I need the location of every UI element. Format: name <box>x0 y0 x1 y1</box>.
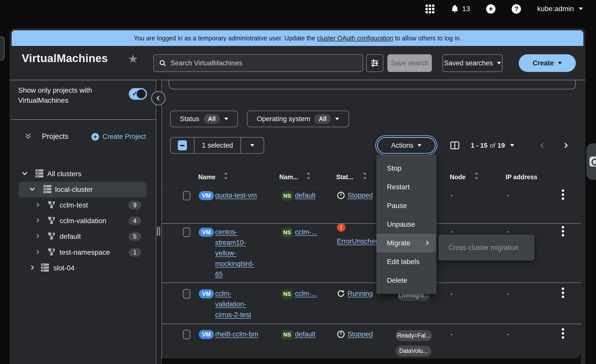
tree-item-default[interactable]: default 5 <box>10 229 156 244</box>
show-only-projects-toggle[interactable]: ✓ <box>129 88 147 100</box>
user-menu[interactable]: kube:admin <box>537 5 583 13</box>
column-header-status[interactable]: Stat... <box>336 173 353 181</box>
vm-name-link[interactable]: 65 <box>215 271 223 278</box>
menu-item-restart[interactable]: Restart <box>376 178 436 196</box>
menu-item-edit-labels[interactable]: Edit labels <box>376 252 436 271</box>
tree-item-local-cluster[interactable]: local-cluster <box>10 182 156 197</box>
notifications-button[interactable]: 13 <box>451 4 470 13</box>
condition-pill[interactable]: DataVolu... <box>395 346 431 356</box>
column-header-name[interactable]: Name <box>198 173 215 181</box>
caret-down-icon <box>417 144 421 147</box>
ip-cell: - <box>507 228 509 236</box>
vm-name-link[interactable]: cclm- <box>215 290 231 298</box>
previous-page-button[interactable] <box>537 140 548 151</box>
vm-count-badge: 1 <box>129 248 141 257</box>
tree-item-all-clusters[interactable]: All clusters <box>10 166 156 182</box>
menu-item-unpause[interactable]: Unpause <box>376 215 436 234</box>
row-checkbox[interactable] <box>183 330 190 339</box>
kebab-menu-icon[interactable] <box>562 226 565 237</box>
vm-name-link[interactable]: quota-test-vm <box>215 192 257 199</box>
row-checkbox[interactable] <box>183 191 190 200</box>
kebab-menu-icon[interactable] <box>562 328 565 339</box>
chevron-right-icon[interactable] <box>35 202 40 208</box>
apps-grid-icon[interactable] <box>426 5 434 13</box>
submenu-item-cross-cluster-migration[interactable]: Cross-cluster migration <box>449 244 519 252</box>
row-checkbox[interactable] <box>183 289 190 299</box>
selected-count[interactable]: 1 selected <box>194 138 240 153</box>
vm-name-link[interactable]: cirros-2-test <box>215 311 251 319</box>
feedback-button[interactable] <box>586 143 596 180</box>
vm-name-link[interactable]: rhel8-cclm-bm <box>215 330 258 338</box>
collapse-sidebar-button[interactable] <box>151 91 165 105</box>
advanced-filters-button[interactable] <box>366 54 383 72</box>
chevron-right-icon[interactable] <box>30 265 35 271</box>
kebab-menu-icon[interactable] <box>562 288 565 298</box>
tree-item-test-namespace[interactable]: test-namespace 1 <box>10 245 156 260</box>
sort-icon[interactable] <box>474 172 479 181</box>
menu-item-pause[interactable]: Pause <box>376 196 436 215</box>
column-header-namespace[interactable]: Nam... <box>279 173 298 181</box>
vm-name-link[interactable]: mockingbird- <box>215 260 254 268</box>
quick-create-icon[interactable]: + <box>486 4 495 14</box>
tree-item-slot-04[interactable]: slot-04 <box>10 260 156 276</box>
top-masthead: 13 + ? kube:admin <box>0 0 596 18</box>
vm-name-link[interactable]: centos- <box>215 228 238 236</box>
actions-button[interactable]: Actions <box>377 137 436 154</box>
vm-name-link[interactable]: stream10- <box>215 239 246 247</box>
search-input[interactable] <box>170 59 358 67</box>
os-filter-label: Operating system <box>257 115 310 123</box>
oauth-config-link[interactable]: cluster OAuth configuration <box>317 35 393 42</box>
save-search-button[interactable]: Save search <box>387 54 432 72</box>
sort-icon[interactable] <box>223 172 229 181</box>
sort-icon[interactable] <box>306 172 311 181</box>
collapse-all-icon[interactable] <box>25 133 32 141</box>
manage-columns-button[interactable] <box>449 140 461 151</box>
vm-count-badge: 4 <box>129 217 141 225</box>
cluster-icon <box>40 263 49 273</box>
chevron-right-icon[interactable] <box>35 233 40 240</box>
vm-count-badge: 5 <box>129 232 141 241</box>
namespace-link[interactable]: default <box>295 192 315 199</box>
resize-grip[interactable] <box>157 227 161 236</box>
left-edge-tab[interactable] <box>0 37 5 60</box>
tree-item-cclm-validation[interactable]: cclm-validation 4 <box>10 213 156 229</box>
stopped-icon <box>337 191 345 200</box>
namespace-link[interactable]: cclm-... <box>295 290 317 298</box>
error-icon: ! <box>337 223 345 232</box>
chevron-down-icon[interactable] <box>22 170 28 177</box>
vm-name-link[interactable]: yellow- <box>215 249 236 257</box>
pagination[interactable]: 1 - 15 of 19 <box>471 137 514 154</box>
chevron-right-icon[interactable] <box>35 249 40 255</box>
condition-pill[interactable]: Ready=Fal... <box>395 330 432 341</box>
tree-item-cclm-test[interactable]: cclm-test 9 <box>10 197 156 213</box>
os-filter[interactable]: Operating system All <box>247 111 349 127</box>
status-filter[interactable]: Status All <box>170 111 238 127</box>
namespace-link[interactable]: default <box>295 330 315 338</box>
saved-searches-button[interactable]: Saved searches <box>442 54 503 72</box>
column-header-node[interactable]: Node <box>450 173 466 181</box>
create-button[interactable]: Create <box>519 54 576 72</box>
bulk-select-caret[interactable] <box>240 138 264 153</box>
chevron-down-icon[interactable] <box>29 186 35 193</box>
status-link[interactable]: Running <box>347 290 373 298</box>
column-header-ip[interactable]: IP address <box>506 173 537 181</box>
namespace-link[interactable]: cclm-... <box>295 228 317 236</box>
create-project-link[interactable]: Create Project <box>103 133 146 141</box>
next-page-button[interactable] <box>560 140 571 151</box>
sidebar-resizer[interactable] <box>156 80 156 364</box>
help-icon[interactable]: ? <box>512 4 521 14</box>
bulk-select-checkbox[interactable] <box>171 138 194 153</box>
favorite-star-icon[interactable]: ★ <box>128 53 138 65</box>
migrate-submenu: Cross-cluster migration <box>438 235 534 261</box>
menu-item-migrate[interactable]: Migrate <box>376 234 436 252</box>
sort-icon[interactable] <box>362 172 368 181</box>
menu-item-stop[interactable]: Stop <box>376 159 436 178</box>
vm-name-link[interactable]: validation- <box>215 300 246 308</box>
menu-item-delete[interactable]: Delete <box>376 271 436 290</box>
row-checkbox[interactable] <box>183 227 190 237</box>
status-link[interactable]: Stopped <box>347 192 373 199</box>
chevron-right-icon[interactable] <box>35 218 40 224</box>
kebab-menu-icon[interactable] <box>562 189 565 200</box>
search-box <box>153 54 363 72</box>
status-link[interactable]: Stopped <box>347 330 373 338</box>
